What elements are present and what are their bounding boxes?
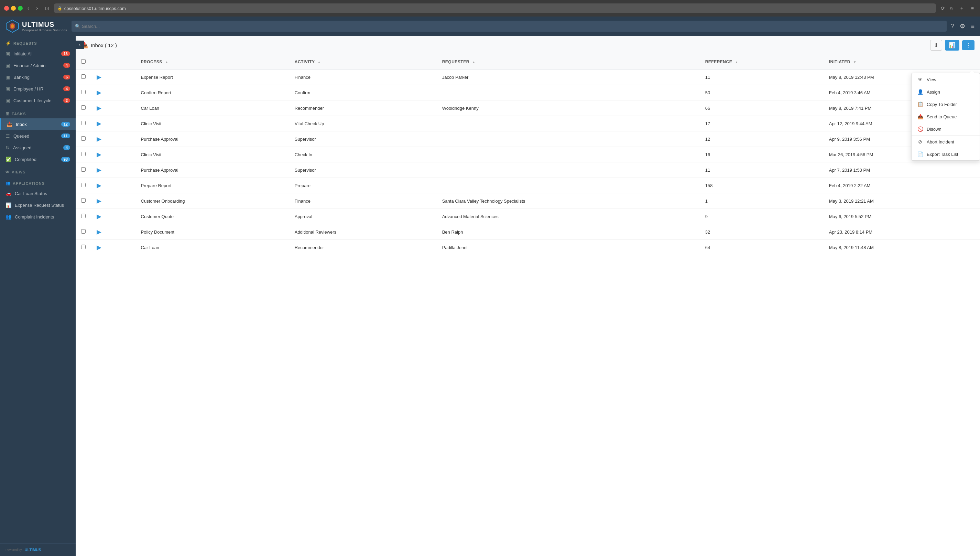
row-checkbox[interactable] bbox=[81, 214, 85, 218]
close-traffic-light[interactable] bbox=[4, 6, 9, 11]
back-button[interactable]: ‹ bbox=[26, 5, 31, 12]
url-text: cpssolutions01.ultimuscps.com bbox=[64, 6, 126, 11]
applications-section-label: 👥 APPLICATIONS bbox=[0, 176, 76, 187]
play-button[interactable]: ▶ bbox=[97, 136, 102, 142]
forward-button[interactable]: › bbox=[34, 5, 40, 12]
sidebar-toggle-button[interactable]: ≡ bbox=[969, 5, 976, 12]
reference-sort-icon: ▲ bbox=[735, 60, 738, 64]
row-requester bbox=[437, 162, 700, 178]
row-checkbox[interactable] bbox=[81, 229, 85, 234]
play-button[interactable]: ▶ bbox=[97, 228, 102, 235]
menu-button[interactable]: ≡ bbox=[971, 23, 975, 30]
sidebar-item-banking[interactable]: ▣ Banking 6 bbox=[0, 71, 76, 83]
row-requester bbox=[437, 131, 700, 147]
play-button[interactable]: ▶ bbox=[97, 166, 102, 173]
row-process: Car Loan bbox=[135, 240, 289, 255]
sidebar-item-initiate-all-label: Initiate All bbox=[13, 51, 33, 57]
row-checkbox[interactable] bbox=[81, 183, 85, 187]
row-activity: Recommender bbox=[289, 240, 437, 255]
row-checkbox[interactable] bbox=[81, 121, 85, 125]
play-button[interactable]: ▶ bbox=[97, 105, 102, 112]
maximize-traffic-light[interactable] bbox=[18, 6, 23, 11]
sidebar-item-employee-hr[interactable]: ▣ Employee / HR 4 bbox=[0, 83, 76, 95]
select-all-header[interactable] bbox=[76, 55, 91, 69]
row-checkbox[interactable] bbox=[81, 167, 85, 172]
initiate-all-badge: 16 bbox=[61, 51, 70, 56]
row-checkbox[interactable] bbox=[81, 245, 85, 249]
row-play-cell: ▶ bbox=[91, 85, 135, 100]
traffic-lights bbox=[4, 6, 23, 11]
col-requester[interactable]: REQUESTER ▲ bbox=[437, 55, 700, 69]
inbox-icon: 📥 bbox=[6, 121, 12, 127]
view-icon: 👁 bbox=[917, 77, 923, 82]
col-activity[interactable]: ACTIVITY ▲ bbox=[289, 55, 437, 69]
sidebar-item-queued[interactable]: ☰ Queued 11 bbox=[0, 130, 76, 142]
row-process: Customer Quote bbox=[135, 209, 289, 224]
collapse-sidebar-button[interactable]: ‹ bbox=[76, 40, 84, 49]
download-button[interactable]: ⬇ bbox=[930, 40, 942, 50]
play-button[interactable]: ▶ bbox=[97, 151, 102, 158]
col-initiated[interactable]: INITIATED ▼ bbox=[824, 55, 980, 69]
row-checkbox[interactable] bbox=[81, 74, 85, 79]
share-button[interactable]: ⎋ bbox=[948, 5, 954, 12]
sidebar-item-assigned[interactable]: ↻ Assigned 4 bbox=[0, 142, 76, 154]
sidebar-item-complaint-incidents[interactable]: 👥 Complaint Incidents bbox=[0, 211, 76, 223]
initiate-all-icon: ▣ bbox=[5, 51, 10, 57]
requests-section-label: ⚡ REQUESTS bbox=[0, 36, 76, 48]
play-button[interactable]: ▶ bbox=[97, 197, 102, 204]
row-activity: Confirm bbox=[289, 85, 437, 100]
row-initiated: Feb 4, 2019 2:22 AM bbox=[824, 178, 980, 193]
sidebar-item-inbox[interactable]: 📥 Inbox 12 bbox=[0, 118, 76, 130]
sidebar-item-finance-admin[interactable]: ▣ Finance / Admin 4 bbox=[0, 60, 76, 71]
inbox-title: 📥 Inbox ( 12 ) bbox=[81, 42, 117, 53]
minimize-traffic-light[interactable] bbox=[11, 6, 16, 11]
sidebar-item-queued-label: Queued bbox=[13, 134, 29, 139]
context-menu-assign[interactable]: 👤 Assign bbox=[912, 86, 980, 98]
disown-label: Disown bbox=[927, 127, 941, 132]
help-button[interactable]: ? bbox=[951, 23, 954, 30]
col-process[interactable]: PROCESS ▲ bbox=[135, 55, 289, 69]
window-layout-button[interactable]: ⊡ bbox=[43, 5, 51, 12]
row-checkbox-cell bbox=[76, 85, 91, 100]
process-sort-icon: ▲ bbox=[165, 60, 169, 64]
row-checkbox[interactable] bbox=[81, 152, 85, 156]
sidebar-item-expense-request-status[interactable]: 📊 Expense Request Status bbox=[0, 199, 76, 211]
search-input[interactable] bbox=[71, 21, 947, 32]
assigned-icon: ↻ bbox=[5, 145, 10, 150]
settings-button[interactable]: ⚙ bbox=[960, 23, 965, 30]
context-menu-send-to-queue[interactable]: 📤 Send to Queue bbox=[912, 110, 980, 123]
play-button[interactable]: ▶ bbox=[97, 182, 102, 189]
sidebar-item-customer-lifecycle[interactable]: ▣ Customer Lifecycle 2 bbox=[0, 95, 76, 106]
table-row: ▶ Confirm Report Confirm 50 Feb 4, 2019 … bbox=[76, 85, 980, 100]
play-button[interactable]: ▶ bbox=[97, 89, 102, 96]
context-menu-abort-incident[interactable]: ⊘ Abort Incident bbox=[912, 136, 980, 148]
play-button[interactable]: ▶ bbox=[97, 213, 102, 220]
context-menu-export-task-list[interactable]: 📄 Export Task List bbox=[912, 148, 980, 160]
add-tab-button[interactable]: ＋ bbox=[957, 5, 966, 12]
row-activity: Recommender bbox=[289, 100, 437, 116]
row-checkbox[interactable] bbox=[81, 136, 85, 141]
more-options-button[interactable]: ⋮ bbox=[962, 40, 975, 50]
row-checkbox-cell bbox=[76, 193, 91, 209]
context-menu-copy-to-folder[interactable]: 📋 Copy To Folder bbox=[912, 98, 980, 110]
play-button[interactable]: ▶ bbox=[97, 74, 102, 81]
row-checkbox-cell bbox=[76, 178, 91, 193]
sidebar-item-complaint-incidents-label: Complaint Incidents bbox=[15, 214, 54, 220]
context-menu-view[interactable]: 👁 View bbox=[912, 73, 980, 86]
sidebar-item-initiate-all[interactable]: ▣ Initiate All 16 bbox=[0, 48, 76, 60]
row-checkbox[interactable] bbox=[81, 90, 85, 94]
row-checkbox[interactable] bbox=[81, 198, 85, 203]
col-reference[interactable]: REFERENCE ▲ bbox=[700, 55, 824, 69]
sidebar-item-car-loan-status[interactable]: 🚗 Car Loan Status bbox=[0, 187, 76, 199]
context-menu-disown[interactable]: 🚫 Disown bbox=[912, 123, 980, 135]
row-reference: 11 bbox=[700, 69, 824, 85]
chart-button[interactable]: 📊 bbox=[945, 40, 959, 50]
reload-button[interactable]: ⟳ bbox=[941, 5, 945, 11]
sidebar-item-completed[interactable]: ✅ Completed 98 bbox=[0, 154, 76, 165]
tasks-section-label: ⊞ TASKS bbox=[0, 106, 76, 118]
select-all-checkbox[interactable] bbox=[81, 59, 85, 64]
play-button[interactable]: ▶ bbox=[97, 120, 102, 127]
play-button[interactable]: ▶ bbox=[97, 244, 102, 251]
row-checkbox[interactable] bbox=[81, 105, 85, 110]
tasks-grid-icon: ⊞ bbox=[5, 111, 10, 116]
